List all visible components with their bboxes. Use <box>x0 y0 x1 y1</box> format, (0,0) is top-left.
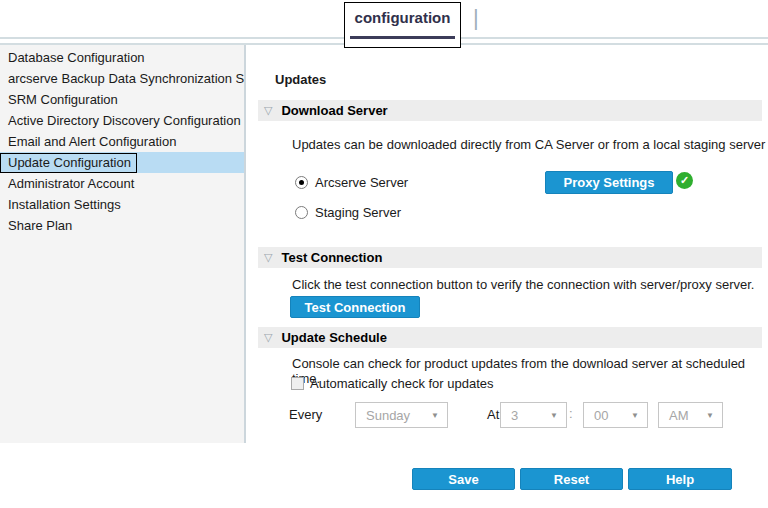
download-server-description: Updates can be downloaded directly from … <box>292 137 765 152</box>
collapse-triangle-icon: ▽ <box>264 100 272 121</box>
auto-update-checkbox-row[interactable]: Automatically check for updates <box>291 376 494 391</box>
sidebar-item-database-configuration[interactable]: Database Configuration <box>0 47 244 68</box>
time-colon-separator: : <box>569 406 573 421</box>
page-title: Updates <box>275 72 326 87</box>
configuration-page: configuration | Database Configuration a… <box>0 0 768 508</box>
chevron-down-icon: ▼ <box>550 411 566 420</box>
chevron-down-icon: ▼ <box>431 411 447 420</box>
day-select-value: Sunday <box>356 408 431 423</box>
save-button[interactable]: Save <box>412 468 515 490</box>
radio-staging-server[interactable]: Staging Server <box>295 205 401 220</box>
test-connection-description: Click the test connection button to veri… <box>292 277 754 292</box>
minute-select[interactable]: 00 ▼ <box>583 402 648 428</box>
section-title-test-connection: Test Connection <box>281 250 382 265</box>
tab-active-underline <box>350 36 455 39</box>
proxy-settings-button[interactable]: Proxy Settings <box>545 171 673 194</box>
sidebar-item-email-and-alert[interactable]: Email and Alert Configuration <box>0 131 244 152</box>
tab-configuration-label: configuration <box>345 9 460 26</box>
sidebar-item-update-configuration-label: Update Configuration <box>0 153 137 173</box>
section-header-update-schedule[interactable]: ▽ Update Schedule <box>258 327 762 348</box>
collapse-triangle-icon: ▽ <box>264 327 272 348</box>
test-connection-button[interactable]: Test Connection <box>290 296 420 318</box>
sidebar-item-administrator-account[interactable]: Administrator Account <box>0 173 244 194</box>
every-label: Every <box>289 407 322 422</box>
day-select[interactable]: Sunday ▼ <box>355 402 448 428</box>
tab-configuration[interactable]: configuration <box>344 2 461 48</box>
hour-select-value: 3 <box>501 408 550 423</box>
sidebar-item-update-configuration[interactable]: Update Configuration <box>0 152 244 173</box>
checkbox-icon[interactable] <box>291 377 304 390</box>
help-button[interactable]: Help <box>628 468 732 490</box>
radio-arcserve-server-label: Arcserve Server <box>315 175 408 190</box>
sidebar-item-backup-data-sync-schedule[interactable]: arcserve Backup Data Synchronization Sch… <box>0 68 244 89</box>
success-check-icon: ✓ <box>676 172 693 189</box>
hour-select[interactable]: 3 ▼ <box>500 402 567 428</box>
minute-select-value: 00 <box>584 408 631 423</box>
section-header-test-connection[interactable]: ▽ Test Connection <box>258 247 762 268</box>
sidebar-item-share-plan[interactable]: Share Plan <box>0 215 244 236</box>
radio-button-icon[interactable] <box>295 206 308 219</box>
tab-separator: | <box>473 5 479 31</box>
sidebar-item-active-directory-discovery[interactable]: Active Directory Discovery Configuration <box>0 110 244 131</box>
section-title-update-schedule: Update Schedule <box>281 330 386 345</box>
collapse-triangle-icon: ▽ <box>264 247 272 268</box>
radio-staging-server-label: Staging Server <box>315 205 401 220</box>
reset-button[interactable]: Reset <box>520 468 623 490</box>
radio-arcserve-server[interactable]: Arcserve Server <box>295 175 408 190</box>
sidebar: Database Configuration arcserve Backup D… <box>0 45 246 443</box>
sidebar-item-srm-configuration[interactable]: SRM Configuration <box>0 89 244 110</box>
section-title-download-server: Download Server <box>281 103 387 118</box>
auto-update-checkbox-label: Automatically check for updates <box>310 376 494 391</box>
radio-button-icon[interactable] <box>295 176 308 189</box>
sidebar-item-installation-settings[interactable]: Installation Settings <box>0 194 244 215</box>
at-label: At <box>487 407 499 422</box>
ampm-select[interactable]: AM ▼ <box>658 402 723 428</box>
ampm-select-value: AM <box>659 408 706 423</box>
chevron-down-icon: ▼ <box>631 411 647 420</box>
chevron-down-icon: ▼ <box>706 411 722 420</box>
section-header-download-server[interactable]: ▽ Download Server <box>258 100 762 121</box>
